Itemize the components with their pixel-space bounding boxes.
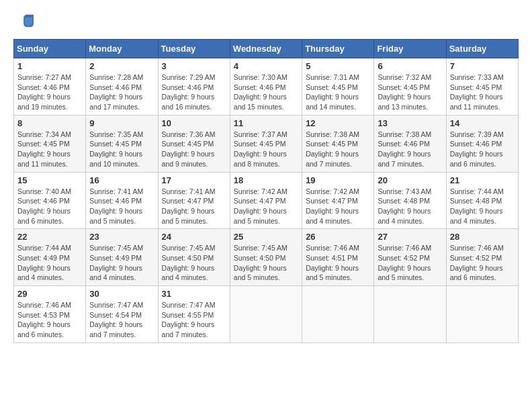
calendar-cell: 30 Sunrise: 7:47 AM Sunset: 4:54 PM Dayl… xyxy=(86,286,158,343)
day-number: 17 xyxy=(162,175,226,185)
calendar-cell: 15 Sunrise: 7:40 AM Sunset: 4:46 PM Dayl… xyxy=(14,172,86,229)
day-number: 24 xyxy=(162,232,226,242)
day-info: Sunrise: 7:46 AM Sunset: 4:51 PM Dayligh… xyxy=(306,243,370,283)
calendar-cell: 11 Sunrise: 7:37 AM Sunset: 4:45 PM Dayl… xyxy=(230,115,302,172)
day-info: Sunrise: 7:43 AM Sunset: 4:48 PM Dayligh… xyxy=(378,187,442,226)
day-number: 1 xyxy=(17,61,82,71)
day-number: 6 xyxy=(378,61,442,71)
calendar-cell: 21 Sunrise: 7:44 AM Sunset: 4:48 PM Dayl… xyxy=(446,172,518,229)
day-number: 25 xyxy=(234,232,298,242)
day-number: 11 xyxy=(234,118,298,128)
day-number: 12 xyxy=(306,118,370,128)
day-info: Sunrise: 7:27 AM Sunset: 4:46 PM Dayligh… xyxy=(17,73,82,112)
day-number: 22 xyxy=(17,232,82,242)
day-info: Sunrise: 7:40 AM Sunset: 4:46 PM Dayligh… xyxy=(17,187,82,226)
day-number: 21 xyxy=(450,175,515,185)
day-info: Sunrise: 7:29 AM Sunset: 4:46 PM Dayligh… xyxy=(162,73,226,112)
calendar-cell: 5 Sunrise: 7:31 AM Sunset: 4:45 PM Dayli… xyxy=(302,58,374,116)
calendar-week-row: 29 Sunrise: 7:46 AM Sunset: 4:53 PM Dayl… xyxy=(14,286,519,343)
calendar-cell: 10 Sunrise: 7:36 AM Sunset: 4:45 PM Dayl… xyxy=(158,115,230,172)
day-info: Sunrise: 7:45 AM Sunset: 4:50 PM Dayligh… xyxy=(234,243,298,283)
day-info: Sunrise: 7:34 AM Sunset: 4:45 PM Dayligh… xyxy=(17,130,82,169)
day-of-week-header: Thursday xyxy=(302,40,374,58)
day-of-week-header: Friday xyxy=(374,40,446,58)
day-info: Sunrise: 7:42 AM Sunset: 4:47 PM Dayligh… xyxy=(306,187,370,226)
calendar-cell: 7 Sunrise: 7:33 AM Sunset: 4:45 PM Dayli… xyxy=(446,58,518,116)
day-info: Sunrise: 7:44 AM Sunset: 4:49 PM Dayligh… xyxy=(17,243,82,283)
day-info: Sunrise: 7:37 AM Sunset: 4:45 PM Dayligh… xyxy=(234,130,298,169)
day-info: Sunrise: 7:38 AM Sunset: 4:45 PM Dayligh… xyxy=(306,130,370,169)
day-info: Sunrise: 7:42 AM Sunset: 4:47 PM Dayligh… xyxy=(234,187,298,226)
day-of-week-header: Wednesday xyxy=(230,40,302,58)
day-info: Sunrise: 7:39 AM Sunset: 4:46 PM Dayligh… xyxy=(450,130,515,169)
calendar-cell: 8 Sunrise: 7:34 AM Sunset: 4:45 PM Dayli… xyxy=(14,115,86,172)
day-info: Sunrise: 7:35 AM Sunset: 4:45 PM Dayligh… xyxy=(89,130,154,169)
day-of-week-header: Saturday xyxy=(446,40,518,58)
calendar-header-row: SundayMondayTuesdayWednesdayThursdayFrid… xyxy=(14,40,519,58)
day-info: Sunrise: 7:44 AM Sunset: 4:48 PM Dayligh… xyxy=(450,187,515,226)
day-number: 5 xyxy=(306,61,370,71)
calendar-cell: 20 Sunrise: 7:43 AM Sunset: 4:48 PM Dayl… xyxy=(374,172,446,229)
day-number: 30 xyxy=(89,289,154,299)
day-number: 29 xyxy=(17,289,82,299)
day-number: 10 xyxy=(162,118,226,128)
page-header xyxy=(13,13,519,32)
day-info: Sunrise: 7:31 AM Sunset: 4:45 PM Dayligh… xyxy=(306,73,370,112)
day-info: Sunrise: 7:46 AM Sunset: 4:52 PM Dayligh… xyxy=(450,243,515,283)
calendar-table: SundayMondayTuesdayWednesdayThursdayFrid… xyxy=(13,39,519,343)
calendar-cell xyxy=(374,286,446,343)
calendar-cell: 17 Sunrise: 7:41 AM Sunset: 4:47 PM Dayl… xyxy=(158,172,230,229)
day-number: 15 xyxy=(17,175,82,185)
calendar-week-row: 1 Sunrise: 7:27 AM Sunset: 4:46 PM Dayli… xyxy=(14,58,519,116)
calendar-cell: 14 Sunrise: 7:39 AM Sunset: 4:46 PM Dayl… xyxy=(446,115,518,172)
day-number: 13 xyxy=(378,118,442,128)
day-number: 4 xyxy=(234,61,298,71)
day-info: Sunrise: 7:38 AM Sunset: 4:46 PM Dayligh… xyxy=(378,130,442,169)
day-number: 9 xyxy=(89,118,154,128)
day-info: Sunrise: 7:30 AM Sunset: 4:46 PM Dayligh… xyxy=(234,73,298,112)
calendar-cell xyxy=(230,286,302,343)
day-number: 18 xyxy=(234,175,298,185)
day-info: Sunrise: 7:45 AM Sunset: 4:50 PM Dayligh… xyxy=(162,243,226,283)
day-number: 28 xyxy=(450,232,515,242)
day-number: 8 xyxy=(17,118,82,128)
calendar-week-row: 15 Sunrise: 7:40 AM Sunset: 4:46 PM Dayl… xyxy=(14,172,519,229)
day-number: 14 xyxy=(450,118,515,128)
day-info: Sunrise: 7:46 AM Sunset: 4:53 PM Dayligh… xyxy=(17,300,82,340)
day-number: 31 xyxy=(162,289,226,299)
calendar-cell xyxy=(446,286,518,343)
calendar-week-row: 8 Sunrise: 7:34 AM Sunset: 4:45 PM Dayli… xyxy=(14,115,519,172)
calendar-cell: 13 Sunrise: 7:38 AM Sunset: 4:46 PM Dayl… xyxy=(374,115,446,172)
day-number: 27 xyxy=(378,232,442,242)
calendar-cell: 6 Sunrise: 7:32 AM Sunset: 4:45 PM Dayli… xyxy=(374,58,446,116)
calendar-cell: 19 Sunrise: 7:42 AM Sunset: 4:47 PM Dayl… xyxy=(302,172,374,229)
calendar-cell: 24 Sunrise: 7:45 AM Sunset: 4:50 PM Dayl… xyxy=(158,229,230,286)
calendar-cell: 3 Sunrise: 7:29 AM Sunset: 4:46 PM Dayli… xyxy=(158,58,230,116)
calendar-cell: 2 Sunrise: 7:28 AM Sunset: 4:46 PM Dayli… xyxy=(86,58,158,116)
day-of-week-header: Monday xyxy=(86,40,158,58)
day-number: 2 xyxy=(89,61,154,71)
logo-icon xyxy=(15,13,35,30)
day-number: 16 xyxy=(89,175,154,185)
day-number: 3 xyxy=(162,61,226,71)
day-number: 20 xyxy=(378,175,442,185)
day-info: Sunrise: 7:33 AM Sunset: 4:45 PM Dayligh… xyxy=(450,73,515,112)
day-info: Sunrise: 7:47 AM Sunset: 4:54 PM Dayligh… xyxy=(89,300,154,340)
calendar-week-row: 22 Sunrise: 7:44 AM Sunset: 4:49 PM Dayl… xyxy=(14,229,519,286)
calendar-cell: 28 Sunrise: 7:46 AM Sunset: 4:52 PM Dayl… xyxy=(446,229,518,286)
day-of-week-header: Sunday xyxy=(14,40,86,58)
calendar-cell: 1 Sunrise: 7:27 AM Sunset: 4:46 PM Dayli… xyxy=(14,58,86,116)
calendar-cell: 9 Sunrise: 7:35 AM Sunset: 4:45 PM Dayli… xyxy=(86,115,158,172)
calendar-cell: 16 Sunrise: 7:41 AM Sunset: 4:46 PM Dayl… xyxy=(86,172,158,229)
calendar-cell: 12 Sunrise: 7:38 AM Sunset: 4:45 PM Dayl… xyxy=(302,115,374,172)
day-number: 23 xyxy=(89,232,154,242)
day-of-week-header: Tuesday xyxy=(158,40,230,58)
logo xyxy=(13,13,36,32)
calendar-cell: 23 Sunrise: 7:45 AM Sunset: 4:49 PM Dayl… xyxy=(86,229,158,286)
calendar-cell: 25 Sunrise: 7:45 AM Sunset: 4:50 PM Dayl… xyxy=(230,229,302,286)
day-info: Sunrise: 7:32 AM Sunset: 4:45 PM Dayligh… xyxy=(378,73,442,112)
day-info: Sunrise: 7:47 AM Sunset: 4:55 PM Dayligh… xyxy=(162,300,226,340)
day-info: Sunrise: 7:46 AM Sunset: 4:52 PM Dayligh… xyxy=(378,243,442,283)
calendar-cell: 4 Sunrise: 7:30 AM Sunset: 4:46 PM Dayli… xyxy=(230,58,302,116)
day-info: Sunrise: 7:41 AM Sunset: 4:47 PM Dayligh… xyxy=(162,187,226,226)
